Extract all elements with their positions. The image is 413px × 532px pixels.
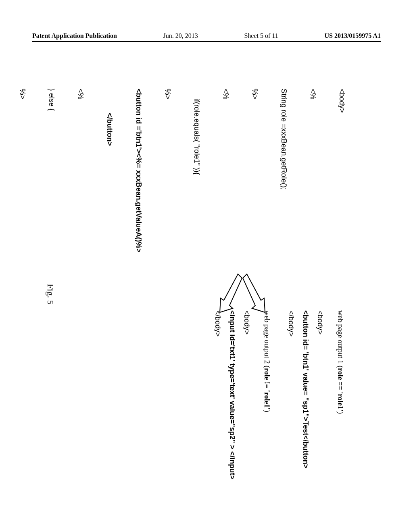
code-line: } else { xyxy=(44,89,59,290)
sheet-number: Sheet 5 of 11 xyxy=(244,32,278,39)
output2-condition: role != 'role1' xyxy=(263,368,271,410)
output1-condition: role == 'role1' xyxy=(336,368,344,411)
svg-marker-1 xyxy=(220,274,242,312)
svg-marker-0 xyxy=(243,274,265,312)
code-line: <% xyxy=(73,89,88,290)
output1-label-prefix: web page output 1 ( xyxy=(336,310,344,368)
output1-line: </body> xyxy=(284,310,298,512)
header-rule xyxy=(32,41,381,42)
output1-bold-line: <button id= 'btn1' value= "sp1">Test</bu… xyxy=(298,310,313,512)
output2-label-suffix: ) xyxy=(263,410,271,412)
output1-line: <body> xyxy=(313,310,327,512)
figure-content: <body> <% String role =xxxBean.getRole()… xyxy=(0,88,413,501)
code-line: %> xyxy=(161,89,175,290)
arrow-to-output2 xyxy=(215,270,243,314)
publication-date: Jun. 20, 2013 xyxy=(163,32,198,39)
output-blocks: web page output 1 (role == 'role1') <bod… xyxy=(211,310,348,512)
publication-label: Patent Application Publication xyxy=(32,32,117,39)
code-bold-line: <button id ='btn1'><%= xxxBean.getValueA… xyxy=(131,89,146,290)
publication-number: US 2013/0159975 A1 xyxy=(324,32,381,39)
output2-line: <body> xyxy=(240,310,254,512)
code-bold-line: </button> xyxy=(102,89,117,290)
output2-label: web page output 2 (role != 'role1') xyxy=(260,310,274,512)
output2-line: </body> xyxy=(211,310,225,512)
arrow-to-output1 xyxy=(241,270,269,314)
code-line: %> xyxy=(248,89,262,290)
output1-label-suffix: ) xyxy=(336,411,344,414)
code-line: String role =xxxBean.getRole(); xyxy=(277,89,291,290)
code-line: %> xyxy=(15,89,30,290)
figure-number-label: Fig. 5 xyxy=(45,284,56,304)
jsp-source-code: <body> <% String role =xxxBean.getRole()… xyxy=(0,89,364,290)
output1-label: web page output 1 (role == 'role1') xyxy=(333,310,348,512)
code-line: <% xyxy=(306,89,320,290)
code-bold-line: <input id= 'txt1' type = 'text' value= xyxy=(0,89,1,290)
code-line: if(role.equals( "role1" )){ xyxy=(190,89,204,290)
code-line: <% xyxy=(219,89,233,290)
output2-bold-line: <input id='txt1' type='text' value="sp2"… xyxy=(225,310,240,512)
output2-label-prefix: web page output 2 ( xyxy=(263,310,271,368)
code-line: <body> xyxy=(335,89,349,290)
